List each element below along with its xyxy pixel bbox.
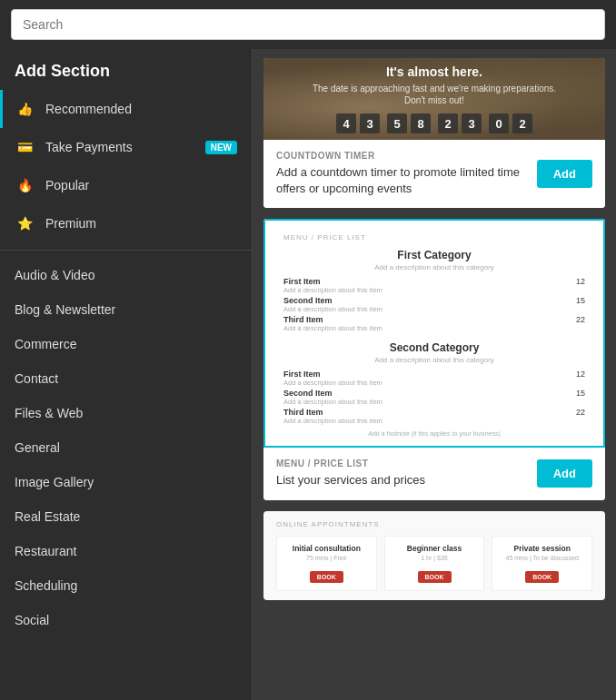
menu-item-price: 12: [576, 277, 585, 294]
sidebar-divider: [0, 250, 252, 251]
digit-3: 8: [411, 113, 431, 133]
menu-item-left: Second Item Add a description about this…: [283, 389, 383, 406]
countdown-card: It's almost here. The date is approachin…: [263, 58, 605, 208]
countdown-label: COUNTDOWN TIMER: [276, 151, 531, 161]
appt-book-btn-1[interactable]: BOOK: [418, 571, 452, 583]
appointments-card: ONLINE APPOINTMENTS Initial consultation…: [263, 511, 605, 600]
menu-item-desc: Add a description about this item: [283, 286, 383, 294]
menu-item-price: 22: [576, 408, 585, 425]
sidebar-item-recommended[interactable]: 👍 Recommended: [0, 90, 252, 128]
sidebar-item-popular[interactable]: 🔥 Popular: [0, 166, 252, 204]
menu-label: MENU / PRICE LIST: [276, 458, 425, 468]
appt-detail-2: 45 mins | To be discussed: [500, 555, 584, 561]
digit-4: 2: [438, 113, 458, 133]
content-area: It's almost here. The date is approachin…: [253, 49, 616, 700]
sidebar-item-commerce[interactable]: Commerce: [0, 327, 252, 361]
sidebar-item-image-gallery[interactable]: Image Gallery: [0, 465, 252, 499]
appt-header-label: ONLINE APPOINTMENTS: [276, 520, 592, 528]
menu-category-1-name: First Category: [283, 249, 585, 261]
menu-item-name: First Item: [283, 277, 383, 286]
search-input[interactable]: [11, 9, 605, 40]
appt-card-1: Beginner class 1 hr | $35 BOOK: [384, 536, 485, 591]
menu-category-2-name: Second Category: [283, 341, 585, 354]
star-icon: ⭐: [15, 213, 35, 233]
sidebar: Add Section 👍 Recommended 💳 Take Payment…: [0, 49, 253, 700]
sidebar-title: Add Section: [0, 49, 252, 90]
countdown-preview-title: It's almost here.: [386, 64, 482, 79]
appt-book-btn-0[interactable]: BOOK: [310, 571, 343, 583]
new-badge: NEW: [205, 141, 237, 154]
appt-book-btn-2[interactable]: BOOK: [525, 571, 559, 583]
sidebar-item-files-web[interactable]: Files & Web: [0, 396, 252, 430]
countdown-info-text: COUNTDOWN TIMER Add a countdown timer to…: [276, 151, 531, 197]
menu-desc: List your services and prices: [276, 472, 425, 488]
menu-item-name: First Item: [283, 370, 383, 379]
menu-item-left: Second Item Add a description about this…: [283, 296, 383, 313]
menu-item-price: 15: [576, 389, 585, 406]
digit-7: 2: [512, 113, 532, 133]
menu-item-name: Second Item: [283, 296, 383, 305]
menu-item-left: Third Item Add a description about this …: [283, 408, 383, 425]
menu-item-price: 12: [576, 370, 585, 387]
menu-category-1-desc: Add a description about this category: [283, 263, 585, 271]
menu-item-row: Third Item Add a description about this …: [283, 315, 585, 332]
countdown-info: COUNTDOWN TIMER Add a countdown timer to…: [263, 140, 605, 208]
countdown-desc: Add a countdown timer to promote limited…: [276, 164, 531, 197]
thumb-up-icon: 👍: [15, 99, 35, 119]
menu-add-button[interactable]: Add: [537, 459, 592, 488]
countdown-digits: 4 3 5 8 2 3 0 2: [336, 113, 532, 133]
countdown-add-button[interactable]: Add: [537, 160, 592, 188]
menu-item-row: Second Item Add a description about this…: [283, 296, 585, 313]
appt-detail-1: 1 hr | $35: [392, 555, 477, 561]
menu-item-desc: Add a description about this item: [283, 398, 383, 406]
sidebar-item-general[interactable]: General: [0, 430, 252, 465]
sidebar-item-take-payments[interactable]: 💳 Take Payments NEW: [0, 128, 252, 166]
digit-5: 3: [462, 113, 482, 133]
menu-card: MENU / PRICE LIST First Category Add a d…: [263, 219, 605, 499]
menu-item-name: Third Item: [283, 315, 383, 324]
sidebar-item-real-estate[interactable]: Real Estate: [0, 499, 252, 534]
sidebar-item-contact[interactable]: Contact: [0, 361, 252, 396]
digit-1: 3: [360, 113, 380, 133]
menu-item-desc: Add a description about this item: [283, 379, 383, 387]
menu-item-name: Third Item: [283, 408, 383, 417]
sidebar-item-blog-newsletter[interactable]: Blog & Newsletter: [0, 292, 252, 327]
credit-card-icon: 💳: [15, 137, 35, 157]
countdown-preview-subtitle: The date is approaching fast and we're m…: [307, 83, 561, 106]
menu-item-row: First Item Add a description about this …: [283, 370, 585, 387]
menu-item-row: First Item Add a description about this …: [283, 277, 585, 294]
digit-6: 0: [489, 113, 509, 133]
menu-item-left: First Item Add a description about this …: [283, 277, 383, 294]
menu-item-row: Second Item Add a description about this…: [283, 389, 585, 406]
search-bar: [0, 0, 616, 49]
menu-item-left: First Item Add a description about this …: [283, 370, 383, 387]
menu-item-price: 22: [576, 315, 585, 332]
menu-item-row: Third Item Add a description about this …: [283, 408, 585, 425]
sidebar-item-restaurant[interactable]: Restaurant: [0, 534, 252, 568]
menu-preview-label: MENU / PRICE LIST: [283, 233, 585, 242]
appointments-preview: ONLINE APPOINTMENTS Initial consultation…: [263, 511, 605, 600]
sidebar-item-premium[interactable]: ⭐ Premium: [0, 204, 252, 242]
main-layout: Add Section 👍 Recommended 💳 Take Payment…: [0, 49, 616, 700]
menu-info-text: MENU / PRICE LIST List your services and…: [276, 458, 425, 488]
appt-cards: Initial consultation 75 mins | Free BOOK…: [276, 536, 592, 591]
sidebar-item-audio-video[interactable]: Audio & Video: [0, 258, 252, 292]
fire-icon: 🔥: [15, 175, 35, 195]
digit-2: 5: [387, 113, 407, 133]
menu-info: MENU / PRICE LIST List your services and…: [263, 448, 605, 499]
sidebar-label-recommended: Recommended: [45, 102, 132, 116]
menu-item-desc: Add a description about this item: [283, 305, 383, 313]
menu-preview: MENU / PRICE LIST First Category Add a d…: [263, 219, 605, 448]
menu-footer: Add a footnote (if this applies to your …: [283, 430, 585, 437]
menu-item-desc: Add a description about this item: [283, 417, 383, 425]
sidebar-item-scheduling[interactable]: Scheduling: [0, 568, 252, 603]
appt-card-0: Initial consultation 75 mins | Free BOOK: [276, 536, 377, 591]
appt-name-0: Initial consultation: [284, 544, 369, 553]
countdown-content: It's almost here. The date is approachin…: [307, 64, 561, 133]
sidebar-item-social[interactable]: Social: [0, 603, 252, 637]
appt-name-1: Beginner class: [392, 544, 477, 553]
menu-item-price: 15: [576, 296, 585, 313]
appt-detail-0: 75 mins | Free: [284, 555, 369, 561]
menu-item-desc: Add a description about this item: [283, 324, 383, 332]
menu-category-2-desc: Add a description about this category: [283, 356, 585, 364]
